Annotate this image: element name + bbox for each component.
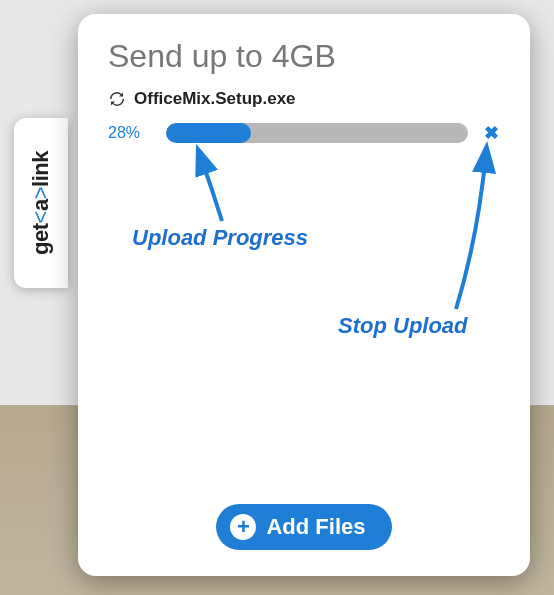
upload-card: Send up to 4GB OfficeMix.Setup.exe 28% ✖… xyxy=(78,14,530,576)
close-icon: ✖ xyxy=(484,122,499,144)
refresh-icon xyxy=(108,90,126,108)
arrow-upload-progress xyxy=(192,149,252,229)
annotation-upload-progress: Upload Progress xyxy=(132,225,308,251)
file-name: OfficeMix.Setup.exe xyxy=(134,89,296,109)
stop-upload-button[interactable]: ✖ xyxy=(482,124,500,142)
plus-icon: + xyxy=(230,514,256,540)
annotations-layer: Upload Progress Stop Upload xyxy=(108,151,500,401)
brand-side-tab[interactable]: get<a>link xyxy=(14,118,68,288)
arrow-stop-upload xyxy=(428,147,498,317)
progress-bar xyxy=(166,123,468,143)
add-files-button[interactable]: + Add Files xyxy=(216,504,391,550)
card-title: Send up to 4GB xyxy=(108,38,500,75)
annotation-stop-upload: Stop Upload xyxy=(338,313,468,339)
brand-label: get<a>link xyxy=(28,151,54,255)
file-row: OfficeMix.Setup.exe xyxy=(108,89,500,109)
add-files-label: Add Files xyxy=(266,514,365,540)
progress-percent: 28% xyxy=(108,124,152,142)
progress-row: 28% ✖ xyxy=(108,123,500,143)
progress-fill xyxy=(166,123,251,143)
